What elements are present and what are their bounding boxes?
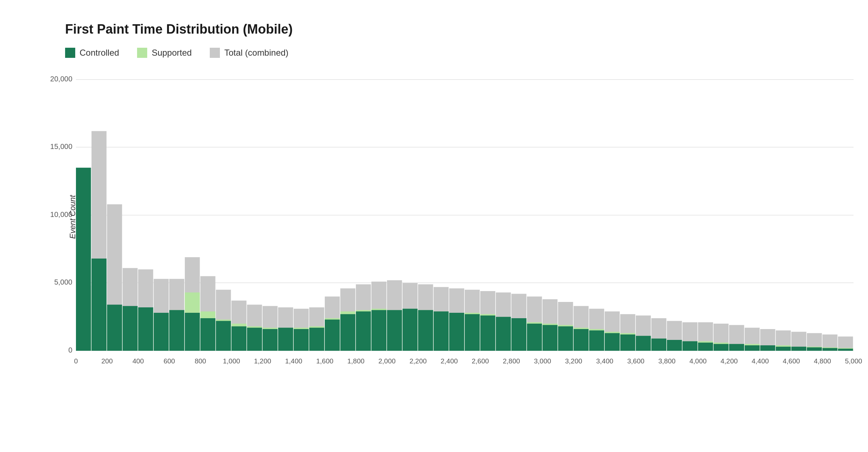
bar-controlled xyxy=(714,344,729,351)
chart-container: First Paint Time Distribution (Mobile) C… xyxy=(0,0,868,452)
x-tick-label: 4,800 xyxy=(814,357,831,365)
svg-text:0: 0 xyxy=(68,346,72,354)
x-tick-label: 5,000 xyxy=(845,357,862,365)
bar-controlled xyxy=(558,327,573,351)
bar-controlled xyxy=(434,311,449,351)
bar-controlled xyxy=(745,345,760,351)
x-tick-label: 1,600 xyxy=(316,357,333,365)
bar-controlled xyxy=(465,314,480,351)
bar-controlled xyxy=(667,340,682,351)
bar-controlled xyxy=(791,347,807,351)
legend: Controlled Supported Total (combined) xyxy=(65,48,839,58)
x-tick-label: 3,400 xyxy=(596,357,613,365)
x-tick-label: 4,000 xyxy=(689,357,707,365)
bar-controlled xyxy=(527,324,542,351)
bar-controlled xyxy=(822,348,838,351)
svg-rect-2 xyxy=(210,48,220,58)
legend-item-supported: Supported xyxy=(137,48,192,58)
x-tick-label: 2,600 xyxy=(472,357,489,365)
x-tick-label: 800 xyxy=(195,357,206,365)
x-tick-label: 1,000 xyxy=(223,357,240,365)
bar-controlled xyxy=(185,313,200,351)
bar-controlled xyxy=(309,328,324,351)
chart-title: First Paint Time Distribution (Mobile) xyxy=(65,22,839,37)
supported-swatch xyxy=(137,48,147,58)
bar-controlled xyxy=(294,329,309,351)
controlled-swatch xyxy=(65,48,75,58)
bar-controlled xyxy=(263,329,278,351)
x-tick-label: 1,400 xyxy=(285,357,302,365)
bar-controlled xyxy=(169,310,184,351)
x-tick-label: 200 xyxy=(101,357,113,365)
bar-controlled xyxy=(216,321,231,351)
bar-controlled xyxy=(247,328,262,351)
x-tick-label: 2,200 xyxy=(409,357,427,365)
svg-text:20,000: 20,000 xyxy=(50,75,72,83)
x-tick-label: 4,400 xyxy=(752,357,769,365)
x-tick-label: 1,800 xyxy=(347,357,365,365)
bar-controlled xyxy=(154,313,169,351)
x-tick-label: 3,600 xyxy=(627,357,644,365)
svg-text:15,000: 15,000 xyxy=(50,142,72,150)
legend-item-total: Total (combined) xyxy=(210,48,288,58)
x-tick-label: 4,600 xyxy=(783,357,800,365)
x-tick-label: 3,200 xyxy=(565,357,582,365)
x-tick-label: 3,800 xyxy=(658,357,676,365)
bar-controlled xyxy=(511,318,527,351)
bar-controlled xyxy=(838,349,853,351)
bar-controlled xyxy=(698,343,713,351)
bar-controlled xyxy=(449,313,464,351)
bar-controlled xyxy=(138,307,153,351)
x-tick-label: 4,200 xyxy=(720,357,738,365)
bar-controlled xyxy=(76,168,91,351)
bar-controlled xyxy=(620,334,635,351)
bar-controlled xyxy=(807,347,822,351)
bar-controlled xyxy=(589,331,604,351)
bar-controlled xyxy=(231,327,247,351)
x-tick-label: 2,400 xyxy=(441,357,458,365)
bar-controlled xyxy=(729,344,744,351)
legend-item-controlled: Controlled xyxy=(65,48,119,58)
bar-controlled xyxy=(123,306,138,351)
bar-controlled xyxy=(636,336,651,351)
bar-controlled xyxy=(651,338,667,351)
main-chart-svg: 0 5,000 10,000 15,000 20,000 02004006008… xyxy=(76,69,854,365)
bar-controlled xyxy=(574,329,589,351)
bar-controlled xyxy=(387,310,402,351)
bar-controlled xyxy=(760,345,775,351)
bar-controlled xyxy=(496,317,511,351)
chart-area: Event Count 0 5,000 xyxy=(43,69,839,365)
legend-label-supported: Supported xyxy=(152,48,192,58)
x-tick-label: 0 xyxy=(74,357,78,365)
x-tick-label: 2,800 xyxy=(503,357,520,365)
bar-controlled xyxy=(107,305,122,351)
bar-controlled xyxy=(480,316,495,351)
total-swatch xyxy=(210,48,220,58)
bar-controlled xyxy=(200,318,216,351)
bar-controlled xyxy=(92,259,107,351)
y-axis-label: Event Count xyxy=(68,195,77,239)
x-tick-label: 1,200 xyxy=(254,357,271,365)
bar-controlled xyxy=(340,314,356,351)
bar-controlled xyxy=(418,310,433,351)
x-tick-label: 3,000 xyxy=(534,357,551,365)
x-tick-label: 2,000 xyxy=(378,357,396,365)
bar-controlled xyxy=(542,325,558,351)
svg-rect-0 xyxy=(65,48,75,58)
bar-controlled xyxy=(356,311,371,351)
svg-rect-1 xyxy=(137,48,147,58)
bar-controlled xyxy=(776,347,791,351)
chart-plot: Event Count 0 5,000 xyxy=(76,69,839,365)
bar-controlled xyxy=(371,310,387,351)
legend-label-controlled: Controlled xyxy=(80,48,119,58)
x-tick-label: 600 xyxy=(163,357,175,365)
bar-controlled xyxy=(682,341,698,351)
bar-controlled xyxy=(403,309,418,351)
bar-controlled xyxy=(605,333,620,351)
bar-controlled xyxy=(325,320,340,351)
x-tick-label: 400 xyxy=(132,357,144,365)
legend-label-total: Total (combined) xyxy=(224,48,288,58)
bar-controlled xyxy=(278,328,293,351)
svg-text:5,000: 5,000 xyxy=(54,278,72,286)
chart-inner: Event Count 0 5,000 xyxy=(76,69,839,365)
